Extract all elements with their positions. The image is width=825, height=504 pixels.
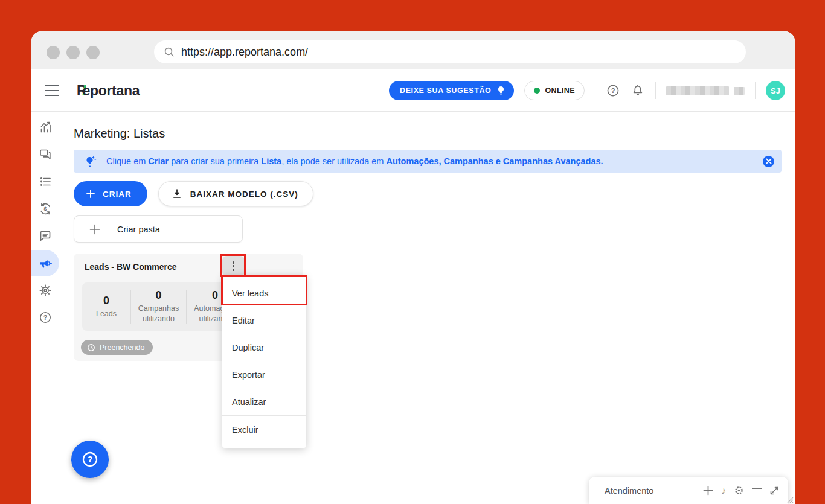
menu-item-editar[interactable]: Editar [222,307,306,334]
chat-minimize-icon[interactable] [752,488,762,494]
menu-item-excluir[interactable]: Excluir [222,416,306,443]
sidebar-item-comments[interactable] [31,223,59,249]
search-icon [164,46,175,58]
avatar[interactable]: SJ [766,81,785,100]
reportana-logo: R/eportana [77,83,140,99]
chat-widget-icons: ♪ [703,485,779,496]
stat-value: 0 [155,289,161,302]
svg-text:?: ? [88,455,93,464]
plus-icon [86,189,95,199]
window-dot[interactable] [66,46,80,59]
sidebar-item-revenue-recovery[interactable]: $ [31,196,59,222]
app-header: R/eportana DEIXE SUA SUGESTÃO ONLINE ? [31,70,795,112]
help-icon[interactable]: ? [606,83,620,98]
sidebar-item-analytics[interactable] [31,114,59,141]
chat-add-icon[interactable] [703,485,713,496]
redacted-account-name [666,86,745,95]
revenue-recovery-icon: $ [39,202,52,215]
suggestion-button[interactable]: DEIXE SUA SUGESTÃO [389,81,514,100]
stat-value: 0 [103,295,109,307]
chat-settings-gear-icon[interactable] [734,485,744,496]
url-text: https://app.reportana.com/ [181,46,308,59]
window-dot[interactable] [86,46,100,59]
actions-row: CRIAR BAIXAR MODELO (.CSV) [74,181,782,206]
sidebar-item-lists[interactable] [31,168,59,195]
menu-item-exportar[interactable]: Exportar [222,361,306,388]
app-body: $ [31,112,795,504]
list-card-menu-button[interactable] [222,256,245,276]
chat-expand-icon[interactable] [769,486,779,496]
create-folder-label: Criar pasta [117,225,160,234]
resize-grip-icon[interactable] [785,495,794,503]
create-button[interactable]: CRIAR [74,181,147,206]
lightbulb-tip-icon [85,155,97,168]
suggestion-button-label: DEIXE SUA SUGESTÃO [400,86,491,95]
online-status-label: ONLINE [545,86,575,95]
pending-clock-icon [87,343,95,352]
status-badge-label: Preenchendo [100,343,144,352]
notifications-bell-icon[interactable] [631,83,645,98]
sidebar-item-conversations[interactable] [31,141,59,168]
marketing-megaphone-icon [39,257,52,270]
lightbulb-icon [496,86,506,96]
sidebar-item-marketing-active[interactable] [31,250,59,276]
plus-icon [89,223,101,235]
download-template-label: BAIXAR MODELO (.CSV) [190,190,298,199]
sidebar-item-help[interactable]: ? [31,304,59,331]
svg-text:?: ? [611,87,615,94]
comments-icon [39,229,52,243]
menu-hamburger-icon[interactable] [45,85,59,96]
browser-window: https://app.reportana.com/ R/eportana DE… [31,31,795,504]
stat-campaigns: 0 Campanhas utilizando [131,289,186,324]
kebab-dot [233,265,235,267]
window-control-dots[interactable] [47,46,100,59]
download-icon [171,188,183,200]
context-menu: Ver leads Editar Duplicar Exportar Atual… [222,275,306,448]
address-bar[interactable]: https://app.reportana.com/ [154,40,746,63]
stat-label: Campanhas utilizando [131,304,186,324]
menu-item-ver-leads[interactable]: Ver leads [222,279,306,307]
chat-widget: Atendimento ♪ [589,477,788,504]
header-divider [755,82,756,99]
banner-close-button[interactable] [763,156,774,167]
stat-label: Leads [96,309,117,319]
online-status-dot [534,88,540,94]
svg-text:$: $ [43,206,47,212]
list-card-title: Leads - BW Commerce [85,262,176,272]
browser-chrome: https://app.reportana.com/ [31,31,795,69]
help-circle-icon: ? [80,450,100,469]
menu-item-duplicar[interactable]: Duplicar [222,334,306,361]
page-title: Marketing: Listas [74,126,782,141]
online-status-badge: ONLINE [524,81,585,100]
desktop-background: { "browser": { "url": "https://app.repor… [0,0,825,504]
header-divider [595,82,595,99]
stat-leads: 0 Leads [82,295,130,319]
sidebar: $ [31,112,60,504]
download-template-button[interactable]: BAIXAR MODELO (.CSV) [158,181,313,206]
kebab-dot [233,261,235,264]
lists-icon [39,175,52,188]
kebab-dot [233,269,235,271]
header-divider [655,82,656,99]
menu-item-atualizar[interactable]: Atualizar [222,388,306,415]
main-content: Marketing: Listas Clique em Criar para c… [60,112,795,504]
status-badge: Preenchendo [81,340,153,355]
tip-banner: Clique em Criar para criar sua primeira … [74,150,782,173]
help-circle-icon: ? [39,311,52,324]
window-dot[interactable] [47,46,60,59]
stat-value: 0 [212,289,218,302]
settings-gear-icon [39,284,52,297]
create-folder-button[interactable]: Criar pasta [74,215,243,243]
svg-text:?: ? [43,314,47,321]
help-fab-button[interactable]: ? [71,441,109,478]
analytics-icon [39,121,52,134]
close-icon [766,158,772,164]
header-right-group: DEIXE SUA SUGESTÃO ONLINE ? [389,81,785,100]
sidebar-item-settings[interactable] [31,277,59,304]
create-button-label: CRIAR [103,190,132,199]
chat-sound-note-icon[interactable]: ♪ [721,486,726,496]
conversations-icon [39,148,52,161]
chat-widget-title: Atendimento [605,486,703,496]
tip-banner-text: Clique em Criar para criar sua primeira … [106,156,763,166]
